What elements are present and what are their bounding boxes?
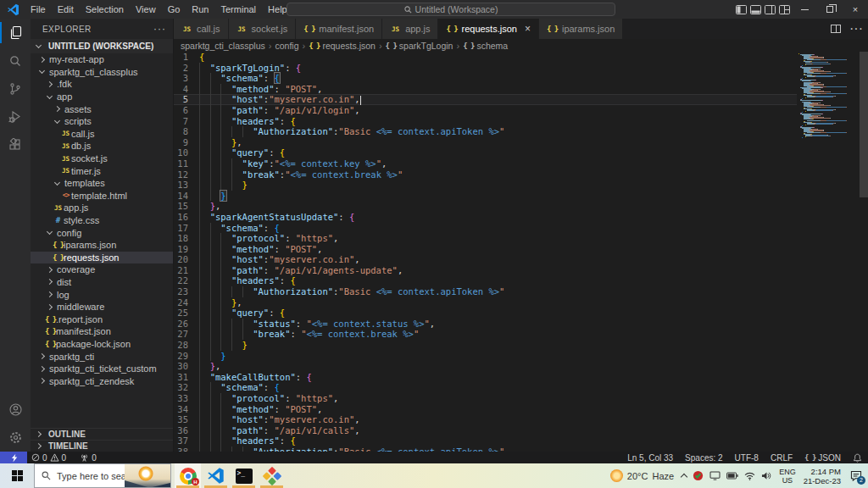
tree-item-sparktg_cti_zendesk[interactable]: sparktg_cti_zendesk: [31, 374, 173, 387]
weather-widget[interactable]: 20°C Haze: [610, 469, 674, 482]
taskbar-colored-app-button[interactable]: [259, 463, 285, 488]
taskbar-clock[interactable]: 2:14 PM21-Dec-23: [804, 467, 841, 485]
tree-item-dist[interactable]: dist: [31, 276, 173, 289]
tab-iparams.json[interactable]: { }iparams.json: [539, 19, 623, 39]
run-debug-icon[interactable]: [0, 103, 31, 130]
tree-item-requests.json[interactable]: { }requests.json: [31, 252, 173, 264]
display-tray-icon[interactable]: [709, 471, 721, 480]
explorer-more-actions-icon[interactable]: ···: [153, 23, 166, 35]
code-line[interactable]: 21"path": "/api/v1/agents-update",: [174, 265, 797, 276]
menu-run[interactable]: Run: [186, 0, 214, 19]
indentation-setting[interactable]: Spaces: 2: [679, 452, 728, 463]
breadcrumb-item-schema[interactable]: { }schema: [463, 41, 508, 51]
code-line[interactable]: 18"protocol": "https",: [174, 233, 797, 244]
code-line[interactable]: 34"method": "POST",: [174, 404, 797, 415]
tree-item-sparktg_cti_classplus[interactable]: sparktg_cti_classplus: [31, 66, 173, 79]
tree-item-log[interactable]: log: [31, 288, 173, 301]
panel-outline[interactable]: OUTLINE: [31, 428, 173, 440]
notifications-bell[interactable]: [847, 452, 868, 463]
scrollbar[interactable]: [860, 52, 868, 452]
code-line[interactable]: 8"Authorization":"Basic <%= context.apiT…: [174, 126, 797, 137]
code-line[interactable]: 29}: [174, 351, 797, 362]
breadcrumb-item-sparkTgLogin[interactable]: { }sparkTgLogin: [386, 41, 453, 51]
action-center-button[interactable]: 2: [849, 469, 863, 483]
code-line[interactable]: 5"host":"myserver.co.in",: [174, 94, 797, 105]
encoding-setting[interactable]: UTF-8: [729, 452, 765, 463]
tree-item-templates[interactable]: templates: [31, 177, 173, 190]
menu-go[interactable]: Go: [162, 0, 186, 19]
code-line[interactable]: 4"method": "POST",: [174, 84, 797, 95]
code-line[interactable]: 2"sparkTgLogin": {: [174, 63, 797, 74]
breadcrumb-item-config[interactable]: config: [275, 41, 298, 51]
minimap[interactable]: [798, 53, 858, 139]
remote-indicator[interactable]: [0, 452, 27, 463]
extensions-icon[interactable]: [0, 130, 31, 158]
code-line[interactable]: 36"path": "/api/v1/calls",: [174, 425, 797, 436]
tree-item-.report.json[interactable]: { }.report.json: [31, 313, 173, 325]
code-line[interactable]: 17"schema": {: [174, 223, 797, 234]
menu-selection[interactable]: Selection: [80, 0, 130, 19]
restore-button[interactable]: [817, 0, 843, 19]
tree-item-timer.js[interactable]: JStimer.js: [31, 164, 173, 177]
close-button[interactable]: ×: [843, 0, 868, 19]
code-line[interactable]: 35"host":"myserver.co.in",: [174, 414, 797, 425]
tab-socket.js[interactable]: JSsocket.js: [229, 19, 297, 39]
tab-app.js[interactable]: JSapp.js: [382, 19, 438, 39]
code-line[interactable]: 15},: [174, 201, 797, 212]
tab-requests.json[interactable]: { }requests.json×: [438, 19, 538, 39]
toggle-panel-icon[interactable]: [748, 0, 763, 19]
tree-item-middleware[interactable]: middleware: [31, 301, 173, 313]
tab-call.js[interactable]: JScall.js: [174, 19, 229, 39]
account-icon[interactable]: [0, 396, 31, 424]
menu-view[interactable]: View: [130, 0, 162, 19]
code-line[interactable]: 19"method": "POST",: [174, 244, 797, 255]
speaker-icon[interactable]: [761, 471, 771, 480]
menu-file[interactable]: File: [25, 0, 52, 19]
taskbar-search-box[interactable]: Type here to search: [34, 463, 171, 488]
tree-item-my-react-app[interactable]: my-react-app: [31, 53, 173, 66]
tree-item-app[interactable]: app: [31, 91, 173, 103]
settings-gear-icon[interactable]: [0, 424, 31, 452]
input-language-indicator[interactable]: ENGUS: [779, 468, 796, 485]
breadcrumb-item-requests.json[interactable]: { }requests.json: [309, 41, 376, 51]
split-editor-icon[interactable]: [831, 25, 841, 33]
code-line[interactable]: 24},: [174, 297, 797, 308]
code-line[interactable]: 10"query": {: [174, 147, 797, 158]
tree-item-sparktg_cti[interactable]: sparktg_cti: [31, 350, 173, 363]
taskbar-terminal-button[interactable]: >_: [231, 463, 257, 488]
code-line[interactable]: 11"key":"<%= context.key %>",: [174, 158, 797, 169]
problems-indicator[interactable]: 0 0: [27, 452, 70, 463]
code-line[interactable]: 6"path": "/api/v1/login",: [174, 105, 797, 116]
minimize-button[interactable]: [792, 0, 817, 19]
breadcrumb-item-sparktg_cti_classplus[interactable]: sparktg_cti_classplus: [181, 41, 265, 51]
wifi-icon[interactable]: [744, 472, 755, 480]
tree-item-style.css[interactable]: #style.css: [31, 214, 173, 227]
tree-item-call.js[interactable]: JScall.js: [31, 128, 173, 141]
tree-item-.fdk[interactable]: .fdk: [31, 78, 173, 91]
code-line[interactable]: 26"status": "<%= context.status %>",: [174, 319, 797, 330]
code-line[interactable]: 3"schema": {: [174, 73, 797, 84]
tree-item-iparams.json[interactable]: { }iparams.json: [31, 239, 173, 252]
ports-indicator[interactable]: 0: [75, 452, 101, 463]
code-line[interactable]: 7"headers": {: [174, 116, 797, 127]
tree-item-scripts[interactable]: scripts: [31, 115, 173, 128]
menu-terminal[interactable]: Terminal: [215, 0, 263, 19]
toggle-sidebar-icon[interactable]: [734, 0, 748, 19]
editor-more-actions-icon[interactable]: ···: [849, 21, 863, 36]
battery-icon[interactable]: [726, 472, 738, 480]
antivirus-tray-icon[interactable]: [693, 470, 704, 481]
code-line[interactable]: 30},: [174, 361, 797, 372]
code-line[interactable]: 1{: [174, 52, 797, 63]
code-line[interactable]: 28}: [174, 340, 797, 351]
explorer-icon[interactable]: [0, 19, 31, 47]
code-line[interactable]: 31"makeCallButton": {: [174, 372, 797, 383]
eol-setting[interactable]: CRLF: [765, 452, 798, 463]
language-mode[interactable]: { } JSON: [798, 452, 847, 463]
tray-expand-icon[interactable]: [681, 474, 687, 480]
toggle-secondary-sidebar-icon[interactable]: [763, 0, 777, 19]
tree-item-coverage[interactable]: coverage: [31, 263, 173, 276]
tree-item-package-lock.json[interactable]: { }package-lock.json: [31, 338, 173, 351]
code-line[interactable]: 25"query": {: [174, 308, 797, 319]
tree-item-config[interactable]: config: [31, 226, 173, 239]
code-line[interactable]: 33"protocol": "https",: [174, 393, 797, 404]
